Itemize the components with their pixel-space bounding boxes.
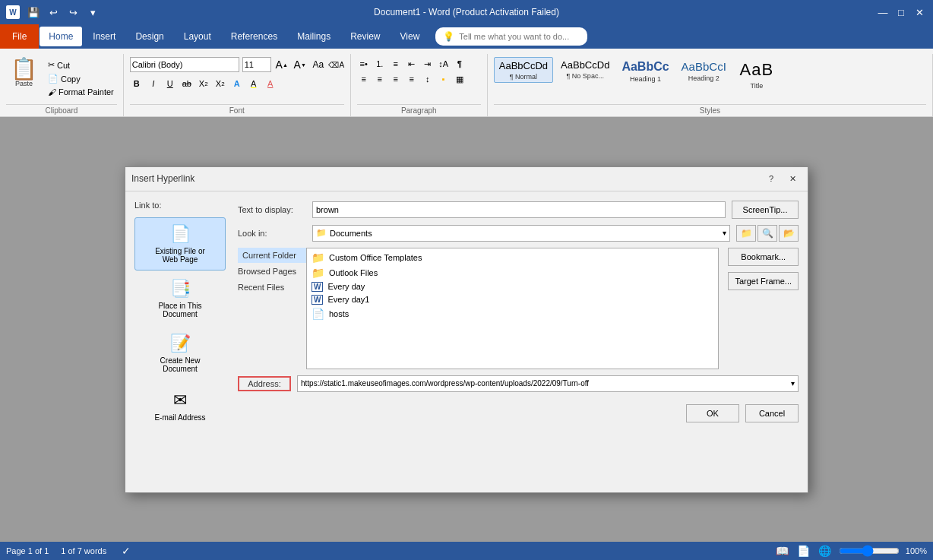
paste-button[interactable]: 📋 Paste (6, 57, 42, 89)
existing-page-icon: 📄 (170, 224, 191, 244)
link-option-new[interactable]: 📝 Create NewDocument (134, 327, 226, 380)
style-heading1[interactable]: AaBbCc Heading 1 (617, 57, 673, 84)
superscript-button[interactable]: X2 (213, 77, 227, 90)
font-family-select[interactable] (130, 57, 239, 72)
font-color-button[interactable]: A (264, 77, 277, 90)
numbering-button[interactable]: 1. (373, 57, 387, 71)
maximize-button[interactable]: □ (893, 5, 909, 20)
link-option-email[interactable]: ✉ E-mail Address (134, 381, 226, 431)
recent-files-label[interactable]: Recent Files (238, 280, 306, 295)
style-nospace[interactable]: AaBbCcDd ¶ No Spac... (556, 57, 614, 81)
borders-button[interactable]: ▦ (453, 72, 466, 86)
line-spacing-button[interactable]: ↕ (421, 72, 435, 86)
search-web-button[interactable]: 🔍 (757, 225, 777, 242)
text-effects-button[interactable]: A (230, 77, 244, 90)
copy-icon: 📄 (48, 74, 59, 84)
zoom-slider[interactable] (839, 545, 900, 557)
menu-item-file[interactable]: File (0, 24, 39, 49)
decrease-font-button[interactable]: A▼ (293, 57, 308, 72)
menu-bar: File Home Insert Design Layout Reference… (0, 24, 933, 49)
paste-label: Paste (15, 80, 33, 87)
style-title-preview: AaB (740, 59, 774, 82)
menu-item-design[interactable]: Design (126, 27, 172, 46)
align-right-button[interactable]: ≡ (389, 72, 403, 86)
current-folder-label[interactable]: Current Folder (238, 248, 306, 263)
font-row1: A▲ A▼ Aa ⌫A (130, 57, 344, 72)
print-layout-button[interactable]: 📄 (796, 543, 811, 558)
format-painter-icon: 🖌 (48, 87, 56, 96)
copy-button[interactable]: 📄 Copy (45, 72, 117, 85)
align-left-button[interactable]: ≡ (357, 72, 371, 86)
proofing-icon[interactable]: ✓ (119, 543, 134, 558)
shading-button[interactable]: ▪ (437, 72, 451, 86)
dialog-right-panel: Text to display: ScreenTip... Look in: 📁… (238, 201, 799, 431)
read-mode-button[interactable]: 📖 (775, 543, 790, 558)
address-input[interactable]: https://static1.makeuseofimages.com/word… (297, 375, 799, 392)
cancel-button[interactable]: Cancel (745, 404, 799, 422)
menu-item-review[interactable]: Review (341, 27, 389, 46)
bullets-button[interactable]: ≡• (357, 57, 371, 71)
underline-button[interactable]: U (163, 77, 177, 90)
decrease-indent-button[interactable]: ⇤ (405, 57, 419, 71)
menu-item-home[interactable]: Home (40, 27, 82, 46)
dialog-close-button[interactable]: ✕ (783, 171, 802, 186)
undo-qat-button[interactable]: ↩ (44, 4, 62, 21)
sort-button[interactable]: ↕A (437, 57, 451, 71)
cut-button[interactable]: ✂ Cut (45, 59, 117, 71)
file-item-every-day1[interactable]: W Every day1 (308, 293, 716, 306)
menu-item-references[interactable]: References (222, 27, 286, 46)
bold-button[interactable]: B (130, 77, 144, 90)
save-qat-button[interactable]: 💾 (24, 4, 43, 21)
menu-item-mailings[interactable]: Mailings (288, 27, 340, 46)
up-folder-button[interactable]: 📁 (736, 225, 756, 242)
style-nospace-label: ¶ No Spac... (567, 72, 604, 80)
paste-icon: 📋 (11, 59, 37, 80)
change-case-button[interactable]: Aa (311, 57, 326, 72)
text-display-input[interactable] (312, 201, 726, 218)
file-item-outlook[interactable]: 📁 Outlook Files (308, 265, 716, 280)
bookmark-button[interactable]: Bookmark... (728, 248, 799, 266)
dialog-controls: ? ✕ (762, 171, 802, 186)
format-painter-button[interactable]: 🖌 Format Painter (45, 86, 117, 98)
menu-item-insert[interactable]: Insert (84, 27, 125, 46)
font-size-select[interactable] (242, 57, 271, 72)
ok-button[interactable]: OK (686, 404, 739, 422)
clear-formatting-button[interactable]: ⌫A (329, 57, 344, 72)
style-heading2[interactable]: AaBbCcI Heading 2 (677, 57, 731, 84)
minimize-button[interactable]: — (875, 5, 890, 20)
browsed-pages-label[interactable]: Browsed Pages (238, 264, 306, 279)
insert-hyperlink-dialog: Insert Hyperlink ? ✕ Link to: 📄 Existing… (125, 166, 808, 493)
more-qat-button[interactable]: ▾ (84, 4, 102, 21)
increase-font-button[interactable]: A▲ (274, 57, 289, 72)
dialog-help-button[interactable]: ? (762, 171, 780, 186)
style-title-label: Title (750, 82, 763, 90)
tell-me-box[interactable]: 💡 (435, 27, 587, 46)
align-center-button[interactable]: ≡ (373, 72, 387, 86)
file-item-every-day[interactable]: W Every day (308, 280, 716, 293)
web-layout-button[interactable]: 🌐 (818, 543, 833, 558)
subscript-button[interactable]: X2 (197, 77, 210, 90)
redo-qat-button[interactable]: ↪ (64, 4, 82, 21)
style-normal-label: ¶ Normal (510, 73, 537, 81)
screentip-button[interactable]: ScreenTip... (732, 201, 799, 219)
multilevel-list-button[interactable]: ≡ (389, 57, 403, 71)
highlight-button[interactable]: A (247, 77, 261, 90)
justify-button[interactable]: ≡ (405, 72, 419, 86)
target-frame-button[interactable]: Target Frame... (728, 272, 799, 290)
new-folder-button[interactable]: 📂 (779, 225, 799, 242)
link-option-place[interactable]: 📑 Place in ThisDocument (134, 272, 226, 325)
close-window-button[interactable]: ✕ (912, 5, 927, 20)
menu-item-view[interactable]: View (391, 27, 429, 46)
show-hide-button[interactable]: ¶ (453, 57, 466, 71)
tell-me-input[interactable] (459, 32, 573, 41)
style-title[interactable]: AaB Title (734, 57, 780, 91)
increase-indent-button[interactable]: ⇥ (421, 57, 435, 71)
file-item-custom-office[interactable]: 📁 Custom Office Templates (308, 250, 716, 265)
strikethrough-button[interactable]: ab (180, 77, 194, 90)
link-option-existing[interactable]: 📄 Existing File orWeb Page (134, 217, 226, 271)
menu-item-layout[interactable]: Layout (175, 27, 220, 46)
italic-button[interactable]: I (147, 77, 160, 90)
file-item-hosts[interactable]: 📄 hosts (308, 306, 716, 321)
look-in-select[interactable]: 📁 Documents ▾ (312, 225, 730, 242)
style-normal[interactable]: AaBbCcDd ¶ Normal (494, 57, 553, 83)
